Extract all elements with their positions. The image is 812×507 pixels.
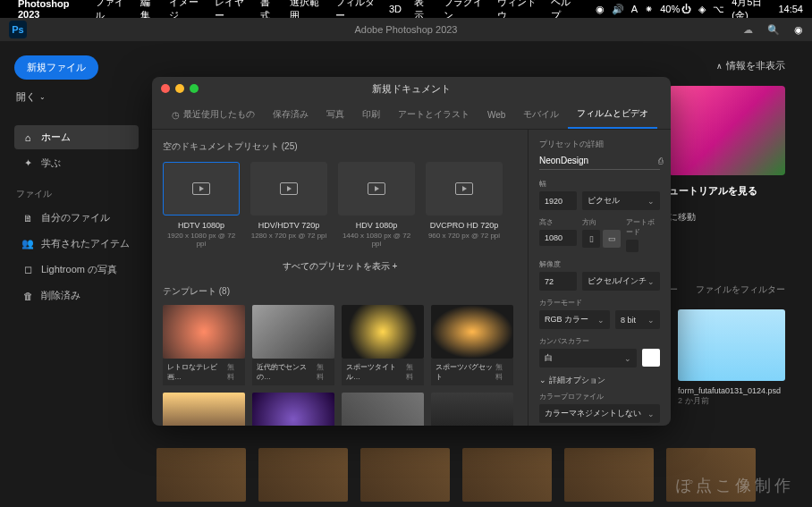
- sidebar-item-lightroom[interactable]: ◻Lightroom の写真: [14, 258, 139, 282]
- resolution-unit-dropdown[interactable]: ピクセル/インチ: [582, 272, 660, 291]
- tab-web[interactable]: Web: [478, 100, 514, 129]
- thumb[interactable]: [156, 448, 246, 502]
- preset-detail-panel: プリセットの詳細 ⎙ 幅 ピクセル 高さ 方向 ▯ ▭: [528, 130, 671, 426]
- close-window-icon[interactable]: [161, 84, 170, 93]
- macos-menubar: Photoshop 2023 ファイル 編集 イメージ レイヤー 書式 選択範囲…: [0, 0, 812, 18]
- thumb[interactable]: [462, 448, 552, 502]
- video-icon: [280, 182, 298, 195]
- app-title: Adobe Photoshop 2023: [355, 24, 458, 35]
- sidebar-item-myfiles[interactable]: 🗎自分のファイル: [14, 206, 139, 230]
- tab-art[interactable]: アートとイラスト: [389, 100, 478, 129]
- height-input[interactable]: [539, 230, 577, 246]
- preset-dvcpro720p[interactable]: DVCPRO HD 720p 960 x 720 px @ 72 ppi: [426, 162, 503, 248]
- video-icon: [368, 182, 385, 195]
- thumb[interactable]: [360, 448, 450, 502]
- hero-link[interactable]: に移動: [669, 211, 794, 224]
- preset-hdv1080p[interactable]: HDV 1080p 1440 x 1080 px @ 72 ppi: [338, 162, 415, 248]
- tab-print[interactable]: 印刷: [353, 100, 389, 129]
- sidebar-item-deleted[interactable]: 🗑削除済み: [14, 283, 139, 308]
- file-icon: 🗎: [21, 212, 34, 224]
- status-bluetooth-icon[interactable]: ⁕: [645, 4, 653, 15]
- document-name-input[interactable]: [539, 156, 653, 165]
- unit-dropdown[interactable]: ピクセル: [582, 191, 660, 210]
- file-name: form_futafuta0131_0124.psd: [678, 386, 785, 395]
- hero-title: ュートリアルを見る: [669, 184, 794, 198]
- resolution-input[interactable]: [539, 272, 577, 291]
- template-card[interactable]: 近代的でセンスの…無料: [252, 305, 334, 385]
- width-input[interactable]: [539, 191, 577, 210]
- people-icon: 👥: [21, 238, 34, 250]
- sidebar-section-files: ファイル: [16, 188, 139, 200]
- template-card[interactable]: レトロなテレビ画…無料: [163, 305, 245, 385]
- sidebar-item-home[interactable]: ⌂ホーム: [14, 125, 139, 149]
- thumb[interactable]: [258, 448, 348, 502]
- thumb[interactable]: [564, 448, 654, 502]
- save-preset-icon[interactable]: ⎙: [658, 156, 663, 165]
- cloud-icon[interactable]: ☁: [743, 24, 753, 36]
- width-label: 幅: [539, 179, 660, 189]
- status-battery[interactable]: 40% ⏻: [660, 4, 691, 14]
- tab-recent[interactable]: ◷最近使用したもの: [163, 100, 264, 129]
- template-card[interactable]: スポーツタイトル…無料: [342, 305, 424, 385]
- tab-mobile[interactable]: モバイル: [514, 100, 568, 129]
- sidebar-item-learn[interactable]: ✦学ぶ: [14, 151, 139, 175]
- advanced-options-toggle[interactable]: 詳細オプション: [539, 375, 660, 386]
- canvas-color-swatch[interactable]: [642, 349, 660, 367]
- detail-header: プリセットの詳細: [539, 139, 660, 150]
- status-recording-icon[interactable]: ◉: [596, 4, 605, 15]
- preset-hdv720p[interactable]: HDV/HDTV 720p 1280 x 720 px @ 72 ppi: [250, 162, 327, 248]
- ps-logo-icon: Ps: [9, 21, 27, 38]
- dialog-titlebar: 新規ドキュメント: [152, 77, 671, 100]
- orientation-landscape[interactable]: ▭: [603, 230, 621, 248]
- trash-icon: 🗑: [21, 290, 34, 302]
- tab-film-video[interactable]: フィルムとビデオ: [568, 100, 657, 129]
- status-wifi-icon[interactable]: ◈: [698, 4, 706, 15]
- aperture-icon[interactable]: ◉: [794, 24, 803, 36]
- new-document-dialog: 新規ドキュメント ◷最近使用したもの 保存済み 写真 印刷 アートとイラスト W…: [152, 77, 671, 426]
- search-icon[interactable]: 🔍: [767, 24, 780, 36]
- canvas-color-dropdown[interactable]: 白: [539, 349, 637, 368]
- sidebar-item-shared[interactable]: 👥共有されたアイテム: [14, 232, 139, 256]
- watermark: ぽ点こ像制作: [676, 475, 794, 496]
- open-button[interactable]: 開く⌄: [14, 87, 139, 107]
- tab-saved[interactable]: 保存済み: [264, 100, 317, 129]
- hero-image: [669, 86, 785, 175]
- show-all-presets[interactable]: すべてのプリセットを表示 +: [163, 260, 517, 273]
- window-controls: [161, 84, 199, 93]
- color-profile-dropdown[interactable]: カラーマネジメントしない: [539, 404, 660, 423]
- sidebar: 新規ファイル 開く⌄ ⌂ホーム ✦学ぶ ファイル 🗎自分のファイル 👥共有された…: [0, 41, 139, 507]
- status-control-icon[interactable]: ⌥: [713, 4, 724, 15]
- status-time[interactable]: 14:54: [778, 4, 803, 14]
- hide-info-toggle[interactable]: 情報を非表示: [716, 59, 785, 72]
- file-filter[interactable]: ファイルをフィルター: [696, 283, 785, 296]
- template-card[interactable]: [163, 393, 245, 426]
- minimize-window-icon[interactable]: [175, 84, 184, 93]
- lightroom-icon: ◻: [21, 264, 34, 276]
- app-menu[interactable]: Photoshop 2023: [18, 0, 82, 20]
- dialog-title: 新規ドキュメント: [372, 82, 451, 96]
- template-card[interactable]: [252, 393, 334, 426]
- artboard-checkbox[interactable]: [626, 240, 639, 252]
- status-input-icon[interactable]: A: [631, 4, 638, 14]
- templates-header: テンプレート (8): [163, 285, 517, 298]
- tab-photo[interactable]: 写真: [317, 100, 353, 129]
- preset-panel: 空のドキュメントプリセット (25) HDTV 1080p 1920 x 108…: [152, 130, 528, 426]
- app-titlebar: Ps Adobe Photoshop 2023 ☁ 🔍 ◉: [0, 18, 812, 41]
- menu-3d[interactable]: 3D: [389, 4, 402, 14]
- preset-hdtv1080p[interactable]: HDTV 1080p 1920 x 1080 px @ 72 ppi: [163, 162, 240, 248]
- bit-depth-dropdown[interactable]: 8 bit: [615, 310, 660, 329]
- template-card[interactable]: スポーツバグセット無料: [431, 305, 513, 385]
- category-tabs: ◷最近使用したもの 保存済み 写真 印刷 アートとイラスト Web モバイル フ…: [152, 100, 671, 130]
- template-card[interactable]: [342, 393, 424, 426]
- maximize-window-icon[interactable]: [190, 84, 199, 93]
- orientation-portrait[interactable]: ▯: [582, 230, 600, 248]
- clock-icon: ◷: [172, 110, 180, 120]
- home-icon: ⌂: [21, 131, 34, 144]
- status-volume-icon[interactable]: 🔊: [612, 4, 624, 15]
- new-file-button[interactable]: 新規ファイル: [14, 55, 98, 80]
- video-icon: [455, 182, 473, 195]
- color-mode-dropdown[interactable]: RGB カラー: [539, 310, 610, 329]
- recent-file-card[interactable]: form_futafuta0131_0124.psd 2 か月前: [678, 309, 785, 407]
- preset-header: 空のドキュメントプリセット (25): [163, 140, 517, 153]
- template-card[interactable]: [431, 393, 513, 426]
